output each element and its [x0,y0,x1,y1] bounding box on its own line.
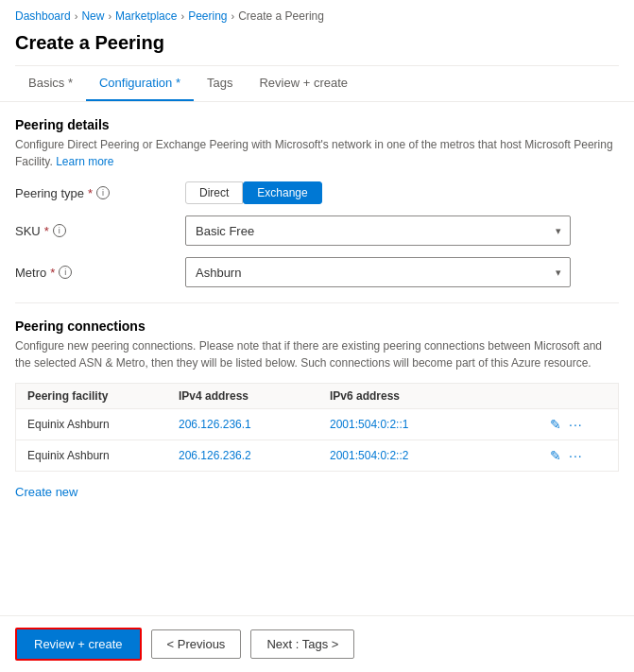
main-content: Peering details Configure Direct Peering… [0,117,634,499]
row2-ipv4[interactable]: 206.126.236.2 [179,449,330,462]
peering-details-desc: Configure Direct Peering or Exchange Pee… [15,136,619,170]
col-actions [550,389,607,403]
page-title: Create a Peering [0,28,634,65]
review-create-button[interactable]: Review + create [15,628,142,661]
sku-info-icon[interactable]: i [53,224,66,237]
tab-review[interactable]: Review + create [246,66,361,101]
row2-actions: ✎ ··· [550,448,607,463]
peering-type-row: Peering type * i Direct Exchange [15,181,619,204]
col-facility: Peering facility [27,389,179,403]
metro-label: Metro * i [15,266,185,280]
required-star: * [88,186,93,200]
footer: Review + create < Previous Next : Tags > [0,615,634,672]
sku-label: SKU * i [15,224,185,238]
col-ipv4: IPv4 address [179,389,330,403]
learn-more-link[interactable]: Learn more [56,155,113,168]
row1-facility: Equinix Ashburn [27,418,179,431]
breadcrumb-new[interactable]: New [81,9,104,23]
tab-tags[interactable]: Tags [194,66,246,101]
metro-required-star: * [50,266,55,280]
previous-button[interactable]: < Previous [151,629,242,659]
row1-actions: ✎ ··· [550,417,607,432]
metro-row: Metro * i Ashburn Seattle Chicago Dallas… [15,257,619,287]
sku-row: SKU * i Basic Free Premium Free ▾ [15,215,619,246]
row1-edit-icon[interactable]: ✎ [550,417,561,432]
sku-required-star: * [44,224,49,238]
row1-more-icon[interactable]: ··· [569,417,583,432]
tabs-container: Basics * Configuration * Tags Review + c… [0,66,634,102]
metro-select-wrapper: Ashburn Seattle Chicago Dallas ▾ [185,257,571,287]
sku-select[interactable]: Basic Free Premium Free [185,215,571,246]
table-row: Equinix Ashburn 206.126.236.1 2001:504:0… [16,409,618,440]
metro-select[interactable]: Ashburn Seattle Chicago Dallas [185,257,571,287]
row2-more-icon[interactable]: ··· [569,448,583,463]
tab-configuration[interactable]: Configuration * [86,66,194,101]
breadcrumb: Dashboard › New › Marketplace › Peering … [0,0,634,28]
row2-ipv6[interactable]: 2001:504:0:2::2 [330,449,550,462]
breadcrumb-dashboard[interactable]: Dashboard [15,9,71,23]
breadcrumb-marketplace[interactable]: Marketplace [115,9,177,23]
row2-facility: Equinix Ashburn [27,449,179,462]
next-button[interactable]: Next : Tags > [250,629,354,659]
table-header: Peering facility IPv4 address IPv6 addre… [16,384,618,409]
table-row: Equinix Ashburn 206.126.236.2 2001:504:0… [16,440,618,471]
peering-details-title: Peering details [15,117,619,132]
peering-connections-desc: Configure new peering connections. Pleas… [15,337,619,371]
peering-connections-title: Peering connections [15,319,619,334]
connections-table: Peering facility IPv4 address IPv6 addre… [15,383,619,472]
toggle-exchange[interactable]: Exchange [243,181,321,204]
toggle-direct[interactable]: Direct [185,181,243,204]
peering-type-info-icon[interactable]: i [96,186,110,199]
col-ipv6: IPv6 address [330,389,550,403]
row1-ipv4[interactable]: 206.126.236.1 [179,418,330,431]
breadcrumb-current: Create a Peering [238,9,324,23]
tab-basics[interactable]: Basics * [15,66,86,101]
row2-edit-icon[interactable]: ✎ [550,448,561,463]
sku-select-wrapper: Basic Free Premium Free ▾ [185,215,571,246]
metro-info-icon[interactable]: i [59,266,72,279]
section-divider [15,302,619,303]
breadcrumb-peering[interactable]: Peering [188,9,227,23]
peering-type-label: Peering type * i [15,186,185,200]
peering-type-toggle: Direct Exchange [185,181,322,204]
row1-ipv6[interactable]: 2001:504:0:2::1 [330,418,550,431]
create-new-link[interactable]: Create new [15,485,77,499]
